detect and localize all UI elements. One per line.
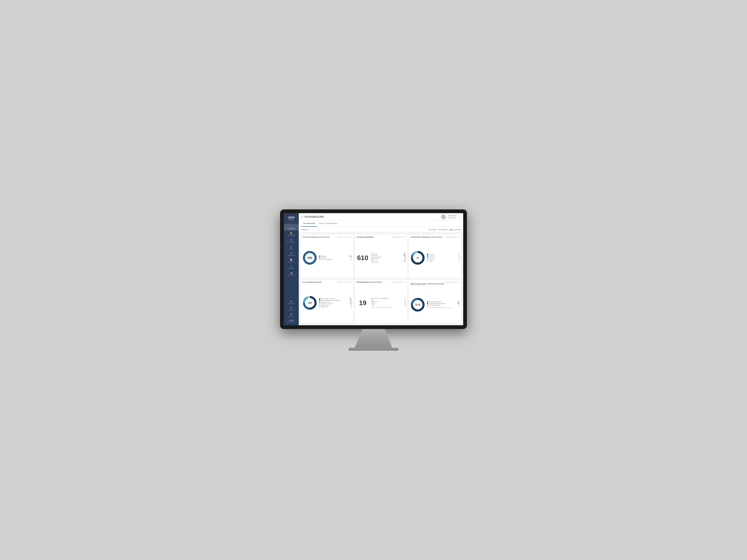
legend-value: 0 bbox=[401, 258, 406, 259]
widget-header-infringements: INFRINGEMENTS (LAST 28 DAYS) Updated: 29… bbox=[357, 282, 406, 283]
legend-item: Driver card 130 bbox=[371, 253, 406, 254]
legend-label: DTCO bbox=[371, 260, 401, 261]
header-right: SK Sascha Kici TIS - Demo ▾ ⋮ bbox=[441, 215, 461, 219]
connect-icon: ⇄ bbox=[290, 300, 292, 302]
widget-reminders: OVERDUE REMINDERS Updated: 29/01/2024, 0… bbox=[355, 235, 407, 278]
legend-dot bbox=[319, 298, 320, 299]
tab-fleet-scorecard[interactable]: FLEET SCORECARD bbox=[317, 221, 339, 226]
widget-tacho: TACHOGRAPH VERSIONS (LAST 28 DAYS) Updat… bbox=[409, 235, 461, 278]
legend-item: Driver training 0 bbox=[371, 261, 406, 263]
sidebar-item-dashboard[interactable]: ⌂ DASHBOARD bbox=[284, 224, 299, 231]
legend-label: DTCO 2.0 bbox=[429, 256, 455, 257]
legend-dot bbox=[427, 254, 428, 255]
widget-body-erru: 16.78 SI (Major deficiencies) 210 bbox=[410, 288, 460, 321]
company-filter[interactable]: Villingen ▾ bbox=[301, 229, 309, 231]
user-company: TIS - Demo ▾ bbox=[447, 217, 456, 219]
legend-item: Driving without nation (Start/End) 44 bbox=[319, 300, 352, 301]
widget-title-reminders: OVERDUE REMINDERS bbox=[357, 236, 374, 238]
legend-value: 5 bbox=[401, 303, 406, 304]
legend-item: Company Lock issues 11 bbox=[319, 303, 352, 304]
hamburger-icon[interactable]: ≡ bbox=[301, 215, 303, 218]
sidebar-item-driver-availability[interactable]: ◎ DRIVER AVAIL. bbox=[284, 237, 299, 244]
sidebar-item-connect[interactable]: ⇄ CONNECT bbox=[287, 299, 296, 305]
widget-updated-infringements: Updated: 29/01/2024, 10:12 bbox=[391, 282, 406, 283]
legend-value: 11 bbox=[347, 303, 352, 304]
legend-value: 130 bbox=[401, 253, 406, 254]
tab-dashboard[interactable]: DASHBOARD bbox=[301, 221, 317, 226]
user-info: Sascha Kici TIS - Demo ▾ bbox=[447, 215, 456, 218]
sidebar-item-drivers[interactable]: 👤 DRIVERS bbox=[284, 264, 299, 270]
widget-infringements: INFRINGEMENTS (LAST 28 DAYS) Updated: 29… bbox=[355, 280, 407, 323]
legend-label: No Seriousness and Exceptions bbox=[371, 298, 401, 299]
donut-number-dtco: 204 bbox=[308, 301, 312, 304]
sidebar-divider-top bbox=[287, 223, 295, 223]
extract-icon: ⬆ bbox=[290, 306, 292, 309]
download-icon: ⬇ bbox=[290, 252, 292, 254]
legend-dot bbox=[427, 256, 428, 257]
widget-title-infringements: INFRINGEMENTS (LAST 28 DAYS) bbox=[357, 282, 382, 283]
edit-mode-toggle[interactable]: Edit mode bbox=[449, 229, 461, 231]
legend-item: Minor 2 bbox=[371, 299, 406, 300]
legend-label: VSI (Dangerous deficiencies) bbox=[429, 303, 455, 304]
legend-item: Driver card expiry 49 bbox=[371, 256, 406, 258]
legend-label: DTCO 3.2 bbox=[429, 259, 455, 260]
legend-value: 396 bbox=[401, 255, 406, 256]
legend-infringements: No Seriousness and Exceptions 9 Minor 2 … bbox=[371, 298, 406, 308]
legend-value: 9 bbox=[401, 298, 406, 299]
donut-erru: 16.78 bbox=[410, 297, 425, 312]
sidebar-item-reminders[interactable]: 🔔 REMINDERS bbox=[284, 231, 299, 237]
donut-number-erru: 16.78 bbox=[415, 303, 420, 306]
legend-dot bbox=[319, 306, 320, 308]
sidebar-item-reports[interactable]: 📋 REPORTS bbox=[284, 257, 299, 264]
legend-item: DTCO 4.0 8 bbox=[427, 254, 460, 255]
legend-value-kmaster: 428 bbox=[347, 256, 352, 257]
widget-header-reminders: OVERDUE REMINDERS Updated: 29/01/2024, 0… bbox=[357, 236, 406, 238]
legend-dot-vdo bbox=[319, 259, 320, 260]
sidebar-item-extract[interactable]: ⬆ EXTRACT bbox=[287, 305, 296, 312]
sidebar-item-maps[interactable]: ◫ MAPS bbox=[284, 244, 299, 250]
widget-title-upload: UPLOAD SOURCES (LAST 28 DAYS) bbox=[303, 236, 330, 238]
widget-body-infringements: 19 No Seriousness and Exceptions 9 Minor… bbox=[357, 284, 406, 321]
donut-number-tacho: 11 bbox=[416, 257, 419, 259]
filter-value: Villingen bbox=[301, 229, 307, 231]
reports-icon: 📋 bbox=[290, 259, 293, 261]
donut-tacho: 11 bbox=[410, 250, 425, 265]
toggle-switch[interactable] bbox=[449, 229, 454, 231]
legend-item: Substantial 3 bbox=[371, 301, 406, 302]
legend-upload: K-Master 428 RUPTELA 1 bbox=[319, 256, 352, 260]
legend-item: VSI (Dangerous deficiencies) 567 bbox=[427, 303, 460, 304]
infringements-total: 19 bbox=[357, 299, 369, 307]
clock-date: Wednesday, 29 Jan bbox=[287, 321, 296, 323]
bell-icon: 🔔 bbox=[290, 232, 293, 234]
legend-item: Vehicle Unit 396 bbox=[371, 255, 406, 256]
logo-fleet: Fleet bbox=[288, 219, 294, 221]
monitor-screen: VDO Fleet ⌂ DASHBOARD 🔔 REMINDERS ◎ D bbox=[284, 213, 463, 325]
widget-erru: ERRU SCORE (LAST 1 YEAR UNTIL W4 2023) C… bbox=[409, 280, 461, 323]
legend-value: 8 bbox=[455, 254, 460, 255]
erru-warning: Most serious infringement detected, you … bbox=[427, 307, 460, 308]
widget-header-erru: ERRU SCORE (LAST 1 YEAR UNTIL W4 2023) C… bbox=[410, 282, 460, 287]
legend-dot bbox=[427, 257, 428, 259]
user-name: Sascha Kici bbox=[447, 215, 456, 217]
widget-body-dtco: 204 Driving without driver card 107 bbox=[303, 284, 352, 321]
sidebar-item-download[interactable]: ⬇ DOWNLOAD bbox=[284, 250, 299, 257]
more-icon[interactable]: ⋮ bbox=[458, 215, 461, 218]
legend-item: Driver license 0 bbox=[371, 258, 406, 259]
legend-item: VDO SmartTerminal 1 bbox=[319, 259, 352, 260]
legend-value: 0 bbox=[455, 261, 460, 262]
sidebar-item-settings[interactable]: ⚙ SETTINGS bbox=[287, 312, 296, 319]
legend-label-ruptela: RUPTELA bbox=[321, 257, 346, 259]
sidebar-label-reports: REPORTS bbox=[288, 261, 294, 263]
sidebar-label-dashboard: DASHBOARD bbox=[287, 228, 295, 229]
legend-value-vdo: 1 bbox=[347, 259, 352, 260]
sidebar-label-connect: CONNECT bbox=[288, 303, 294, 304]
vehicles-stat: 517 Vehicles bbox=[438, 229, 447, 231]
sidebar-label-settings: SETTINGS bbox=[288, 316, 294, 317]
app-container: VDO Fleet ⌂ DASHBOARD 🔔 REMINDERS ◎ D bbox=[284, 213, 463, 325]
legend-label: Driver license bbox=[371, 258, 401, 259]
edit-mode-label: Edit mode bbox=[454, 229, 461, 231]
widget-upload-sources: UPLOAD SOURCES (LAST 28 DAYS) Updated: 2… bbox=[301, 235, 353, 278]
legend-dot bbox=[427, 303, 428, 304]
sidebar-item-vehicles[interactable]: 🚛 VEHICLES bbox=[284, 270, 299, 277]
drivers-stat: 150 Drivers bbox=[428, 229, 437, 231]
